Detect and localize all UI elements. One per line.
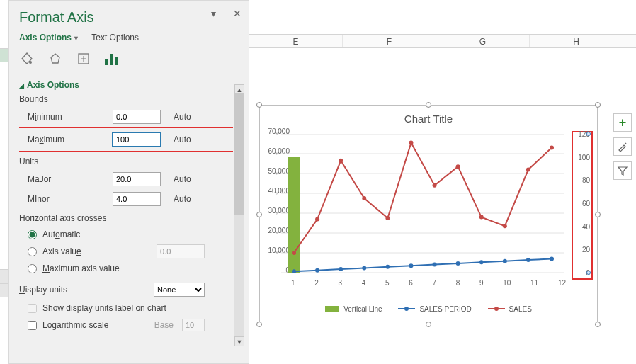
resize-handle[interactable] [595, 102, 601, 108]
chart-title[interactable]: Chart Title [260, 106, 597, 127]
label-horizontal-axis-crosses: Horizontal axis crosses [19, 213, 233, 223]
svg-point-18 [362, 266, 366, 270]
svg-point-36 [503, 224, 507, 228]
pane-options-caret-icon[interactable]: ▾ [211, 8, 216, 19]
radio-axis-value[interactable] [28, 247, 37, 256]
pane-title: Format Axis [19, 9, 242, 25]
col-header[interactable]: H [530, 35, 623, 47]
chart-legend[interactable]: Vertical Line SALES PERIOD SALES [260, 305, 597, 314]
svg-point-29 [339, 159, 343, 163]
label-display-units: Uisplay units [19, 285, 113, 295]
bounds-minimum-reset[interactable]: Auto [174, 112, 191, 122]
radio-automatic[interactable] [28, 230, 37, 239]
plot-area[interactable] [281, 134, 564, 273]
resize-handle[interactable] [595, 212, 601, 217]
svg-point-20 [409, 263, 413, 268]
resize-handle[interactable] [256, 212, 262, 217]
col-header[interactable]: F [343, 35, 436, 47]
svg-point-25 [526, 258, 530, 262]
label-units: Units [19, 157, 233, 166]
checkbox-logarithmic-scale[interactable] [28, 321, 37, 330]
fill-line-icon[interactable] [19, 51, 35, 67]
scroll-up-icon[interactable]: ▲ [234, 84, 244, 94]
close-icon[interactable]: ✕ [233, 8, 242, 19]
svg-rect-14 [288, 157, 300, 273]
svg-point-23 [479, 260, 484, 264]
units-major-row: MaJor Auto [19, 169, 233, 189]
size-properties-icon[interactable] [76, 51, 91, 67]
chart-styles-button[interactable] [613, 137, 632, 156]
pane-scrollbar[interactable]: ▲ ▼ [234, 84, 244, 346]
bounds-minimum-input[interactable] [113, 110, 161, 124]
legend-swatch-blue [398, 305, 415, 312]
resize-handle[interactable] [256, 102, 262, 108]
format-axis-pane: Format Axis ▾ ✕ Axis Options▼ Text Optio… [8, 0, 249, 364]
svg-point-17 [339, 267, 343, 271]
units-major-reset[interactable]: Auto [174, 174, 191, 184]
axis-select-handle[interactable] [586, 271, 591, 275]
svg-point-16 [315, 268, 319, 273]
bounds-maximum-input[interactable] [113, 132, 161, 147]
svg-point-26 [550, 256, 554, 261]
bounds-minimum-row: Minimum Auto [19, 107, 233, 127]
legend-swatch-red [488, 305, 505, 312]
legend-swatch-bar [325, 306, 339, 312]
resize-handle[interactable] [595, 322, 601, 327]
svg-marker-1 [51, 54, 59, 63]
row-header-gutter [0, 0, 8, 364]
axis-select-handle[interactable] [586, 132, 591, 136]
svg-point-27 [292, 251, 296, 255]
scroll-down-icon[interactable]: ▼ [234, 336, 244, 346]
units-minor-row: MInor Auto [19, 189, 233, 209]
svg-point-34 [456, 164, 460, 169]
chart-filter-button[interactable] [613, 161, 632, 180]
svg-rect-4 [110, 54, 113, 65]
units-minor-input[interactable] [113, 192, 161, 206]
resize-handle[interactable] [426, 322, 431, 327]
x-axis: 123456789101112 [291, 279, 566, 287]
tab-axis-options[interactable]: Axis Options▼ [19, 33, 79, 42]
resize-handle[interactable] [256, 322, 262, 327]
units-major-input[interactable] [113, 172, 161, 186]
svg-point-31 [385, 216, 390, 220]
log-base-input [182, 319, 205, 331]
svg-point-19 [385, 265, 390, 269]
svg-rect-3 [105, 59, 108, 65]
svg-point-21 [433, 263, 437, 267]
bounds-maximum-row: Maximum Auto [19, 130, 233, 149]
label-bounds: Bounds [19, 94, 233, 104]
resize-handle[interactable] [426, 102, 431, 108]
svg-rect-5 [115, 57, 118, 65]
chart-elements-button[interactable]: + [613, 113, 632, 132]
svg-point-33 [433, 183, 437, 188]
svg-point-32 [409, 141, 413, 145]
svg-point-22 [456, 261, 460, 266]
scroll-thumb[interactable] [234, 94, 244, 215]
secondary-y-axis[interactable]: 020406080100120 [574, 134, 590, 275]
checkbox-show-display-units-label [28, 304, 37, 313]
section-axis-options[interactable]: ◢Axis Options [19, 80, 233, 90]
svg-point-24 [503, 259, 507, 263]
radio-maximum-axis-value[interactable] [28, 264, 37, 273]
effects-icon[interactable] [47, 51, 63, 67]
column-headers: E F G H [249, 34, 636, 48]
svg-point-28 [315, 217, 319, 221]
col-header[interactable]: E [249, 35, 343, 47]
chart-object[interactable]: Chart Title 010,00020,00030,00040,00050,… [259, 105, 598, 324]
tab-text-options[interactable]: Text Options [91, 33, 139, 42]
col-header[interactable]: G [436, 35, 530, 47]
bounds-maximum-reset[interactable]: Auto [174, 135, 191, 144]
svg-point-35 [479, 215, 484, 220]
display-units-select[interactable]: None [154, 283, 205, 297]
units-minor-reset[interactable]: Auto [174, 194, 191, 204]
svg-point-38 [550, 146, 554, 150]
axis-options-icon[interactable] [104, 51, 120, 67]
axis-value-input [157, 244, 205, 258]
svg-point-30 [362, 196, 366, 200]
svg-point-0 [29, 61, 32, 64]
highlight-maximum: Maximum Auto [19, 127, 233, 152]
svg-point-37 [526, 167, 530, 171]
